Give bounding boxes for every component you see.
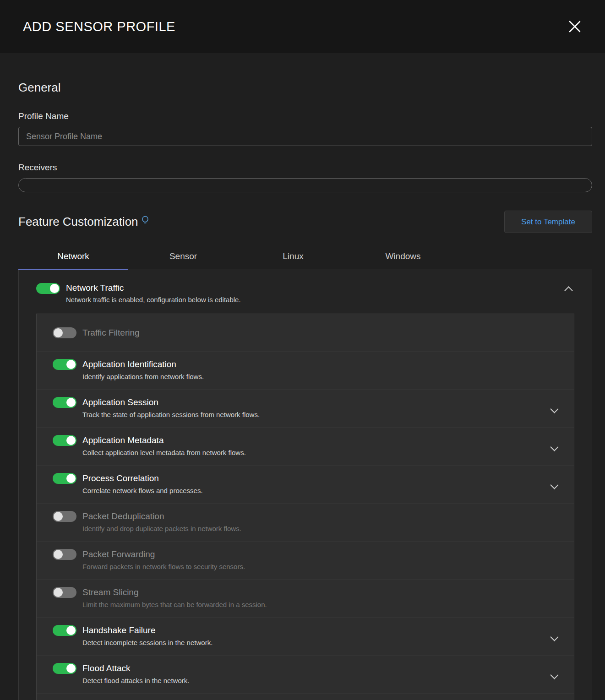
- feature-row: Packet Forwarding Forward packets in net…: [36, 542, 574, 580]
- feature-description: Correlate network flows and processes.: [82, 487, 203, 494]
- tab-windows[interactable]: Windows: [348, 243, 458, 270]
- feature-toggle[interactable]: [53, 511, 76, 522]
- feature-row: Application Identification Identify appl…: [36, 352, 574, 390]
- feature-description: Track the state of application sessions …: [82, 411, 260, 418]
- tab-network[interactable]: Network: [18, 243, 128, 270]
- feature-toggle[interactable]: [53, 587, 76, 598]
- feature-title: Process Correlation: [82, 473, 203, 484]
- feature-description: Forward packets in network flows to secu…: [82, 563, 245, 570]
- feature-title: Application Metadata: [82, 435, 246, 446]
- feature-row: Traffic Filtering: [36, 314, 574, 352]
- general-heading: General: [18, 81, 592, 95]
- feature-toggle[interactable]: [53, 625, 76, 636]
- page-title: ADD SENSOR PROFILE: [23, 19, 175, 34]
- feature-description: Detect flood attacks in the network.: [82, 677, 189, 684]
- feature-title: Traffic Filtering: [82, 327, 140, 338]
- feature-customization-header: Feature Customization Set to Template: [18, 211, 592, 233]
- network-traffic-title: Network Traffic: [66, 283, 241, 293]
- modal-body: General Profile Name Receivers Feature C…: [0, 81, 605, 700]
- network-traffic-toggle[interactable]: [36, 283, 60, 294]
- feature-title: Packet Deduplication: [82, 511, 241, 522]
- toggle-knob: [66, 436, 76, 445]
- toggle-knob: [54, 588, 63, 597]
- tab-linux[interactable]: Linux: [238, 243, 348, 270]
- close-icon: [567, 19, 582, 34]
- feature-row: Process Correlation Correlate network fl…: [36, 466, 574, 504]
- feature-title: Application Identification: [82, 359, 204, 370]
- feature-description: Limit the maximum bytes that can be forw…: [82, 601, 267, 608]
- chevron-down-icon[interactable]: [550, 633, 558, 641]
- feature-title: Application Session: [82, 397, 260, 408]
- chevron-down-icon[interactable]: [550, 443, 558, 451]
- feature-toggle[interactable]: [53, 663, 76, 674]
- chevron-down-icon[interactable]: [550, 405, 558, 413]
- toggle-knob: [50, 284, 59, 293]
- profile-name-label: Profile Name: [18, 111, 592, 121]
- tab-sensor[interactable]: Sensor: [128, 243, 238, 270]
- feature-toggle[interactable]: [53, 435, 76, 446]
- feature-toggle[interactable]: [53, 359, 76, 370]
- network-traffic-description: Network traffic is enabled, configuratio…: [66, 296, 241, 304]
- feature-row: Packet Deduplication Identify and drop d…: [36, 504, 574, 542]
- add-sensor-profile-modal: ADD SENSOR PROFILE General Profile Name …: [0, 0, 605, 700]
- feature-title: Packet Forwarding: [82, 549, 245, 560]
- toggle-knob: [54, 328, 63, 337]
- feature-row-partial: [36, 694, 574, 700]
- receivers-input[interactable]: [18, 178, 592, 192]
- feature-row: Application Metadata Collect application…: [36, 428, 574, 466]
- feature-tabs: NetworkSensorLinuxWindows: [18, 243, 592, 270]
- toggle-knob: [66, 664, 76, 673]
- toggle-knob: [66, 360, 76, 369]
- feature-toggle[interactable]: [53, 473, 76, 484]
- feature-row: Stream Slicing Limit the maximum bytes t…: [36, 580, 574, 618]
- toggle-knob: [66, 398, 76, 407]
- toggle-knob: [66, 626, 76, 635]
- toggle-knob: [54, 550, 63, 559]
- feature-row: Handshake Failure Detect incomplete sess…: [36, 618, 574, 656]
- set-to-template-button[interactable]: Set to Template: [504, 211, 592, 233]
- network-traffic-row: Network Traffic Network traffic is enabl…: [19, 270, 592, 304]
- toggle-knob: [54, 512, 63, 521]
- feature-row: Flood Attack Detect flood attacks in the…: [36, 656, 574, 694]
- feature-customization-heading: Feature Customization: [18, 215, 138, 229]
- chevron-up-icon[interactable]: [564, 286, 572, 294]
- close-button[interactable]: [566, 17, 584, 36]
- lightbulb-icon: [142, 216, 148, 224]
- feature-toggle[interactable]: [53, 549, 76, 560]
- feature-description: Detect incomplete sessions in the networ…: [82, 639, 213, 646]
- toggle-knob: [66, 474, 76, 483]
- chevron-down-icon[interactable]: [550, 481, 558, 489]
- feature-row: Application Session Track the state of a…: [36, 390, 574, 428]
- modal-header: ADD SENSOR PROFILE: [0, 0, 605, 53]
- receivers-label: Receivers: [18, 163, 592, 173]
- feature-description: Identify and drop duplicate packets in n…: [82, 525, 241, 532]
- feature-title: Handshake Failure: [82, 625, 213, 636]
- chevron-down-icon[interactable]: [550, 671, 558, 679]
- feature-description: Identify applications from network flows…: [82, 373, 204, 380]
- feature-panel: Network Traffic Network traffic is enabl…: [18, 270, 592, 700]
- profile-name-input[interactable]: [18, 127, 592, 146]
- feature-list: Traffic Filtering Application Identifica…: [36, 314, 574, 700]
- feature-title: Stream Slicing: [82, 587, 267, 598]
- feature-description: Collect application level metadata from …: [82, 449, 246, 456]
- feature-toggle[interactable]: [53, 397, 76, 408]
- feature-toggle[interactable]: [53, 327, 76, 338]
- feature-title: Flood Attack: [82, 663, 189, 674]
